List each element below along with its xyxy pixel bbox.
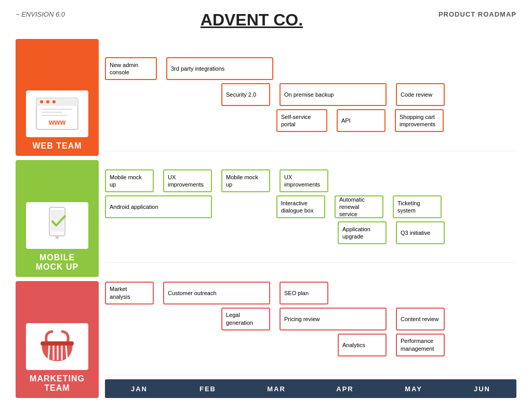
svg-text:www: www	[48, 118, 66, 126]
svg-line-12	[48, 346, 49, 360]
mobile-row-2: Android application Interactive dialogue…	[105, 195, 516, 218]
teams-column: www WEB TEAM MOBILEMOCK UP	[16, 39, 99, 398]
web-row-2: Security 2.0 On premise backup Code revi…	[105, 83, 516, 106]
web-team-label: WEB TEAM	[32, 141, 82, 151]
task-performance-management: Performance management	[396, 334, 445, 356]
roadmap-label: PRODUCT ROADMAP	[438, 10, 516, 18]
month-may: MAY	[379, 379, 448, 398]
mobile-team-card: MOBILEMOCK UP	[16, 160, 99, 277]
mobile-row-3: Application upgrade Q3 initiative	[105, 221, 516, 244]
company-title: ADVENT CO.	[65, 10, 438, 30]
marketing-row-1: Market analysis Customer outreach SEO pl…	[105, 282, 516, 304]
timeline-bar: JAN FEB MAR APR MAY JUN	[105, 379, 516, 398]
task-seo-plan: SEO plan	[280, 282, 328, 304]
month-mar: MAR	[242, 379, 311, 398]
mobile-row-1: Mobile mock up UX improvements Mobile mo…	[105, 169, 516, 192]
task-mobile-mockup-2: Mobile mock up	[221, 169, 270, 192]
task-code-review: Code review	[396, 83, 445, 106]
task-new-admin-console: New admin console	[105, 57, 157, 80]
task-automatic-renewal: Automatic renewal service	[335, 195, 383, 218]
month-feb: FEB	[174, 379, 242, 398]
task-content-review: Content review	[396, 308, 445, 330]
marketing-team-card: MARKETINGTEAM	[16, 281, 99, 398]
svg-rect-17	[41, 341, 74, 346]
svg-point-11	[56, 236, 59, 239]
web-row-1: New admin console 3rd party integrations	[105, 57, 516, 80]
marketing-team-icon-box	[26, 323, 88, 370]
task-pricing-review: Pricing review	[280, 308, 387, 330]
task-3rd-party-integrations: 3rd party integrations	[166, 57, 273, 80]
web-team-card: www WEB TEAM	[16, 39, 99, 156]
mobile-team-icon-box	[26, 202, 88, 249]
marketing-row-2: Legal generation Pricing review Content …	[105, 308, 516, 330]
marketing-roadmap-section: Market analysis Customer outreach SEO pl…	[105, 263, 516, 375]
web-roadmap-section: New admin console 3rd party integrations…	[105, 39, 516, 151]
task-mobile-mockup-1: Mobile mock up	[105, 169, 154, 192]
task-self-service-portal: Self-service portal	[276, 109, 327, 132]
browser-icon: www	[34, 96, 81, 132]
page: ~ ENVISION 6.0 ADVENT CO. PRODUCT ROADMA…	[0, 0, 532, 411]
task-q3-initiative: Q3 initiative	[396, 221, 445, 244]
task-market-analysis: Market analysis	[105, 282, 154, 304]
envision-label: ~ ENVISION 6.0	[16, 10, 65, 18]
task-api: API	[337, 109, 385, 132]
header: ~ ENVISION 6.0 ADVENT CO. PRODUCT ROADMA…	[16, 10, 516, 30]
month-apr: APR	[311, 379, 379, 398]
mobile-roadmap-section: Mobile mock up UX improvements Mobile mo…	[105, 151, 516, 263]
svg-rect-7	[42, 115, 68, 116]
web-row-3: Self-service portal API Shopping cart im…	[105, 109, 516, 132]
task-interactive-dialogue: Interactive dialogue box	[276, 195, 325, 218]
svg-point-2	[40, 100, 43, 103]
task-legal-generation: Legal generation	[221, 308, 270, 330]
svg-rect-6	[42, 112, 62, 113]
task-shopping-cart: Shopping cart improvements	[395, 109, 444, 132]
marketing-team-label: MARKETINGTEAM	[30, 374, 85, 393]
month-jan: JAN	[105, 379, 174, 398]
basket-icon	[36, 327, 78, 366]
task-on-premise-backup: On premise backup	[280, 83, 387, 106]
task-android-application: Android application	[105, 195, 212, 218]
task-ux-improvements-1: UX improvements	[163, 169, 212, 192]
roadmap-content: New admin console 3rd party integrations…	[105, 39, 516, 398]
task-application-upgrade: Application upgrade	[338, 221, 387, 244]
web-team-icon-box: www	[26, 90, 88, 137]
task-customer-outreach: Customer outreach	[163, 282, 270, 304]
svg-rect-5	[42, 109, 73, 110]
svg-point-4	[52, 100, 56, 103]
task-analytics: Analytics	[338, 334, 387, 356]
task-security-2: Security 2.0	[221, 83, 270, 106]
svg-point-3	[46, 100, 49, 103]
task-ticketing-system: Ticketing system	[393, 195, 442, 218]
svg-line-16	[66, 346, 67, 360]
main-body: www WEB TEAM MOBILEMOCK UP	[16, 39, 516, 398]
mobile-team-label: MOBILEMOCK UP	[36, 253, 79, 272]
marketing-row-3: Analytics Performance management	[105, 334, 516, 356]
task-ux-improvements-2: UX improvements	[280, 169, 328, 192]
phone-icon	[39, 205, 75, 246]
month-jun: JUN	[448, 379, 516, 398]
